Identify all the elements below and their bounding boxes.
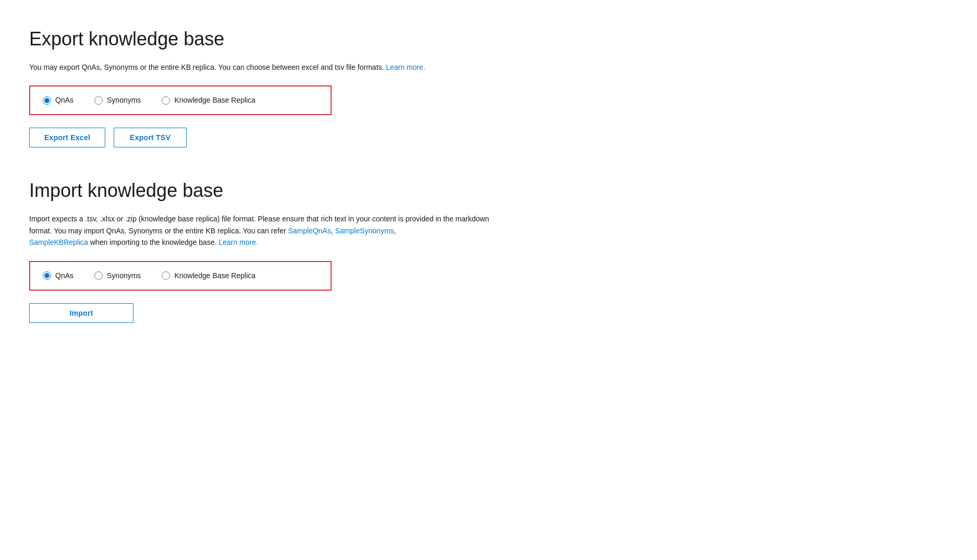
sample-kbreplica-link[interactable]: SampleKBReplica bbox=[29, 238, 88, 246]
import-button[interactable]: Import bbox=[29, 303, 133, 323]
sample-synonyms-link[interactable]: SampleSynonyms bbox=[335, 227, 394, 235]
import-learn-more-link[interactable]: Learn more. bbox=[218, 238, 258, 246]
export-learn-more-link[interactable]: Learn more. bbox=[386, 63, 425, 71]
import-kbreplica-option[interactable]: Knowledge Base Replica bbox=[162, 270, 255, 281]
import-desc-before: Import expects a .tsv, .xlsx or .zip (kn… bbox=[29, 215, 489, 234]
import-description: Import expects a .tsv, .xlsx or .zip (kn… bbox=[29, 213, 498, 248]
export-description: You may export QnAs, Synonyms or the ent… bbox=[29, 61, 498, 73]
import-qnas-label: QnAs bbox=[55, 270, 74, 281]
export-title: Export knowledge base bbox=[29, 25, 948, 53]
export-kbreplica-option[interactable]: Knowledge Base Replica bbox=[162, 95, 255, 106]
import-kbreplica-radio[interactable] bbox=[162, 271, 170, 280]
import-desc-middle: when importing to the knowledge base. bbox=[90, 238, 217, 246]
export-desc-text: You may export QnAs, Synonyms or the ent… bbox=[29, 63, 384, 71]
export-qnas-option[interactable]: QnAs bbox=[43, 95, 74, 106]
import-radio-group: QnAs Synonyms Knowledge Base Replica bbox=[29, 261, 332, 291]
import-title: Import knowledge base bbox=[29, 177, 948, 205]
export-excel-button[interactable]: Export Excel bbox=[29, 128, 105, 147]
import-qnas-option[interactable]: QnAs bbox=[43, 270, 74, 281]
import-button-group: Import bbox=[29, 303, 948, 323]
export-synonyms-label: Synonyms bbox=[107, 95, 141, 106]
export-tsv-button[interactable]: Export TSV bbox=[114, 128, 187, 147]
export-synonyms-radio[interactable] bbox=[94, 96, 103, 105]
export-synonyms-option[interactable]: Synonyms bbox=[94, 95, 141, 106]
import-section: Import knowledge base Import expects a .… bbox=[29, 177, 948, 322]
export-qnas-label: QnAs bbox=[55, 95, 74, 106]
import-synonyms-label: Synonyms bbox=[107, 270, 141, 281]
import-kbreplica-label: Knowledge Base Replica bbox=[174, 270, 255, 281]
export-kbreplica-label: Knowledge Base Replica bbox=[174, 95, 255, 106]
sample-qnas-link[interactable]: SampleQnAs bbox=[288, 227, 331, 235]
export-kbreplica-radio[interactable] bbox=[162, 96, 170, 105]
import-synonyms-radio[interactable] bbox=[94, 271, 103, 280]
export-section: Export knowledge base You may export QnA… bbox=[29, 25, 948, 147]
export-radio-group: QnAs Synonyms Knowledge Base Replica bbox=[29, 85, 332, 115]
import-qnas-radio[interactable] bbox=[43, 271, 51, 280]
export-button-group: Export Excel Export TSV bbox=[29, 128, 948, 147]
export-qnas-radio[interactable] bbox=[43, 96, 51, 105]
import-synonyms-option[interactable]: Synonyms bbox=[94, 270, 141, 281]
